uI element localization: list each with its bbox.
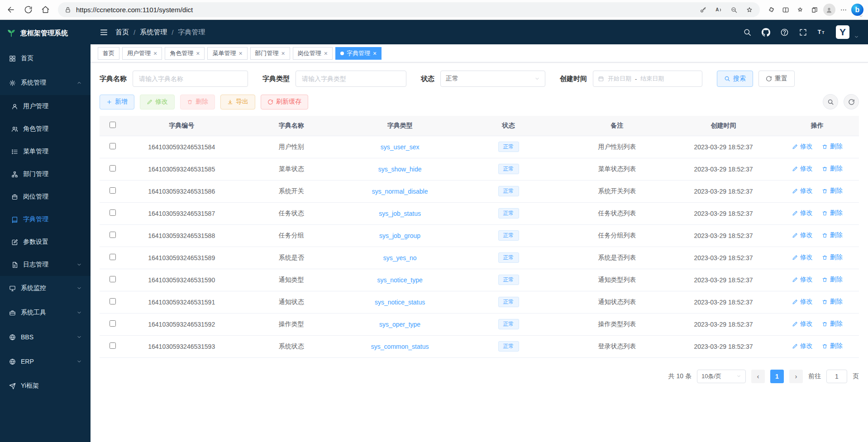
dict-type-link[interactable]: sys_oper_type [379, 321, 420, 328]
row-edit-button[interactable]: 修改 [792, 143, 813, 151]
tab-post-mgmt[interactable]: 岗位管理× [293, 47, 333, 60]
sidebar-item-dept-mgmt[interactable]: 部门管理 [0, 163, 91, 185]
row-checkbox[interactable] [110, 254, 116, 260]
row-edit-button[interactable]: 修改 [792, 253, 813, 261]
fullscreen-icon[interactable] [799, 28, 807, 37]
row-edit-button[interactable]: 修改 [792, 276, 813, 284]
password-key-icon[interactable] [696, 4, 710, 16]
dict-type-link[interactable]: sys_normal_disable [372, 188, 428, 195]
sidebar-item-post-mgmt[interactable]: 岗位管理 [0, 185, 91, 208]
menu-fold-icon[interactable] [100, 28, 108, 37]
row-checkbox[interactable] [110, 209, 116, 216]
tab-dept-mgmt[interactable]: 部门管理× [250, 47, 290, 60]
row-checkbox[interactable] [110, 342, 116, 349]
home-button[interactable] [37, 2, 53, 18]
sidebar-item-tools[interactable]: 系统工具 [0, 300, 91, 325]
dict-type-link[interactable]: sys_notice_type [377, 276, 422, 284]
split-screen-icon[interactable] [779, 4, 792, 16]
row-delete-button[interactable]: 删除 [822, 320, 843, 328]
close-tab-icon[interactable]: × [153, 50, 157, 57]
refresh-cache-button[interactable]: 刷新缓存 [261, 95, 308, 109]
toggle-search-button[interactable] [823, 94, 838, 109]
sidebar-item-system[interactable]: 系统管理 [0, 71, 91, 95]
close-tab-icon[interactable]: × [196, 50, 200, 57]
row-checkbox[interactable] [110, 320, 116, 327]
next-page-button[interactable]: › [789, 370, 803, 383]
row-edit-button[interactable]: 修改 [792, 209, 813, 217]
back-button[interactable] [3, 2, 19, 18]
reset-button[interactable]: 重置 [758, 71, 795, 87]
close-tab-icon[interactable]: × [238, 50, 242, 57]
close-tab-icon[interactable]: × [373, 50, 377, 57]
dict-type-link[interactable]: sys_notice_status [375, 299, 425, 306]
favorites-add-icon[interactable] [743, 4, 756, 16]
sidebar-item-bbs[interactable]: BBS [0, 325, 91, 349]
row-delete-button[interactable]: 删除 [822, 165, 843, 173]
sidebar-item-dict-mgmt[interactable]: 字典管理 [0, 208, 91, 231]
address-bar[interactable]: https://ccnetcore.com:1101/system/dict A [58, 2, 760, 17]
delete-button[interactable]: 删除 [180, 95, 215, 109]
row-delete-button[interactable]: 删除 [822, 276, 843, 284]
dict-type-link[interactable]: sys_yes_no [383, 254, 417, 261]
tab-role-mgmt[interactable]: 角色管理× [165, 47, 205, 60]
row-checkbox[interactable] [110, 298, 116, 304]
collections-icon[interactable] [808, 4, 821, 16]
profile-avatar[interactable] [822, 4, 836, 16]
prev-page-button[interactable]: ‹ [751, 370, 765, 383]
close-tab-icon[interactable]: × [324, 50, 328, 57]
dict-type-input[interactable] [296, 71, 406, 87]
page-1-button[interactable]: 1 [770, 370, 784, 383]
select-all-checkbox[interactable] [110, 122, 116, 128]
extensions-icon[interactable] [764, 4, 778, 16]
row-delete-button[interactable]: 删除 [822, 209, 843, 217]
dict-name-input[interactable] [133, 71, 248, 87]
more-menu-icon[interactable] [837, 4, 850, 16]
search-button[interactable]: 搜索 [717, 71, 753, 87]
row-delete-button[interactable]: 删除 [822, 231, 843, 239]
edit-button[interactable]: 修改 [140, 95, 175, 109]
favorites-icon[interactable] [793, 4, 807, 16]
row-checkbox[interactable] [110, 187, 116, 194]
tab-home[interactable]: 首页 [98, 47, 119, 60]
user-logo-avatar[interactable]: Y [836, 25, 849, 39]
export-button[interactable]: 导出 [220, 95, 255, 109]
row-edit-button[interactable]: 修改 [792, 342, 813, 350]
tab-dict-mgmt[interactable]: 字典管理× [335, 47, 382, 60]
row-delete-button[interactable]: 删除 [822, 187, 843, 195]
help-icon[interactable] [780, 28, 789, 37]
sidebar-item-home[interactable]: 首页 [0, 46, 91, 71]
page-size-select[interactable]: 10条/页 [697, 370, 746, 383]
tab-user-mgmt[interactable]: 用户管理× [122, 47, 162, 60]
refresh-table-button[interactable] [844, 94, 859, 109]
sidebar-item-role-mgmt[interactable]: 角色管理 [0, 118, 91, 140]
tab-menu-mgmt[interactable]: 菜单管理× [207, 47, 247, 60]
sidebar-item-menu-mgmt[interactable]: 菜单管理 [0, 140, 91, 163]
sidebar-item-log-mgmt[interactable]: 日志管理 [0, 253, 91, 276]
sidebar-collapse-icon[interactable] [858, 14, 863, 19]
row-edit-button[interactable]: 修改 [792, 320, 813, 328]
sidebar-item-param-settings[interactable]: 参数设置 [0, 231, 91, 253]
row-edit-button[interactable]: 修改 [792, 165, 813, 173]
row-checkbox[interactable] [110, 143, 116, 149]
row-edit-button[interactable]: 修改 [792, 187, 813, 195]
font-size-icon[interactable]: TT [817, 28, 826, 37]
read-aloud-icon[interactable]: A [712, 4, 725, 16]
search-icon[interactable] [743, 28, 752, 37]
sidebar-item-erp[interactable]: ERP [0, 349, 91, 374]
dict-type-link[interactable]: sys_user_sex [381, 143, 420, 151]
row-edit-button[interactable]: 修改 [792, 298, 813, 306]
row-delete-button[interactable]: 删除 [822, 298, 843, 306]
status-select[interactable]: 正常 [440, 71, 545, 87]
breadcrumb-home[interactable]: 首页 [115, 28, 129, 37]
sidebar-item-monitor[interactable]: 系统监控 [0, 276, 91, 300]
add-button[interactable]: 新增 [100, 95, 134, 109]
refresh-button[interactable] [20, 2, 36, 18]
row-checkbox[interactable] [110, 232, 116, 238]
zoom-out-icon[interactable] [727, 4, 741, 16]
row-delete-button[interactable]: 删除 [822, 143, 843, 151]
breadcrumb-system[interactable]: 系统管理 [140, 28, 167, 37]
row-checkbox[interactable] [110, 165, 116, 171]
dict-type-link[interactable]: sys_show_hide [378, 166, 422, 173]
sidebar-item-yi-framework[interactable]: Yi框架 [0, 374, 91, 398]
dict-type-link[interactable]: sys_common_status [371, 343, 429, 350]
